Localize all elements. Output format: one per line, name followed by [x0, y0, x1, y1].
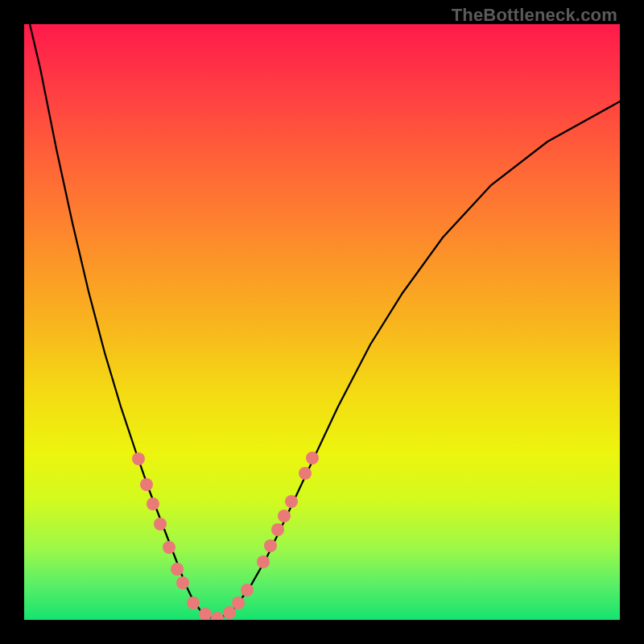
chart-frame: TheBottleneck.com	[0, 0, 644, 644]
marker-dot	[140, 478, 153, 491]
marker-dot	[241, 584, 254, 597]
chart-plot-area	[24, 24, 620, 620]
marker-dot	[223, 606, 236, 619]
marker-dot	[154, 518, 167, 530]
chart-svg	[24, 24, 620, 620]
marker-dot	[257, 555, 270, 568]
marker-dot	[264, 539, 277, 552]
marker-dot	[187, 597, 200, 609]
marker-dot	[271, 523, 284, 536]
curve	[24, 24, 620, 617]
marker-dot	[299, 467, 312, 480]
marker-dot	[163, 541, 175, 554]
marker-dot	[132, 452, 145, 465]
marker-dot	[285, 495, 298, 508]
marker-dot	[278, 510, 291, 522]
marker-dot	[176, 576, 189, 589]
marker-dot	[147, 497, 159, 510]
marker-dot	[306, 452, 319, 464]
marker-dot	[171, 563, 184, 576]
marker-dot	[232, 597, 245, 609]
brand-watermark: TheBottleneck.com	[452, 5, 617, 26]
marker-dot	[211, 612, 224, 620]
